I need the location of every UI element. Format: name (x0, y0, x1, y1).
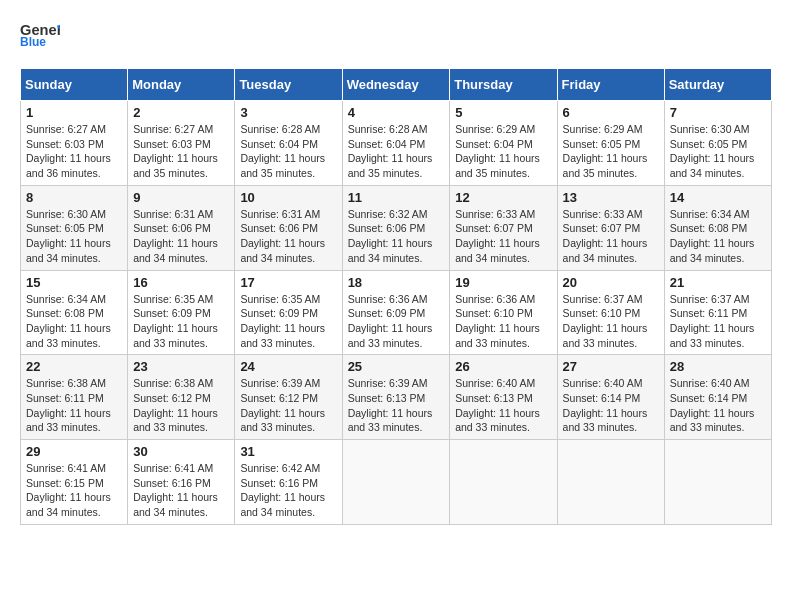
day-detail: Sunrise: 6:33 AM Sunset: 6:07 PM Dayligh… (563, 207, 659, 266)
calendar-cell (342, 440, 450, 525)
calendar-cell: 18Sunrise: 6:36 AM Sunset: 6:09 PM Dayli… (342, 270, 450, 355)
day-number: 7 (670, 105, 766, 120)
day-detail: Sunrise: 6:37 AM Sunset: 6:10 PM Dayligh… (563, 292, 659, 351)
calendar-cell: 2Sunrise: 6:27 AM Sunset: 6:03 PM Daylig… (128, 101, 235, 186)
day-number: 30 (133, 444, 229, 459)
calendar-header-row: SundayMondayTuesdayWednesdayThursdayFrid… (21, 69, 772, 101)
calendar-cell: 4Sunrise: 6:28 AM Sunset: 6:04 PM Daylig… (342, 101, 450, 186)
day-header-thursday: Thursday (450, 69, 557, 101)
calendar-cell (450, 440, 557, 525)
day-number: 28 (670, 359, 766, 374)
day-number: 15 (26, 275, 122, 290)
day-header-sunday: Sunday (21, 69, 128, 101)
day-number: 11 (348, 190, 445, 205)
calendar-cell: 5Sunrise: 6:29 AM Sunset: 6:04 PM Daylig… (450, 101, 557, 186)
calendar-week-row: 15Sunrise: 6:34 AM Sunset: 6:08 PM Dayli… (21, 270, 772, 355)
day-number: 23 (133, 359, 229, 374)
calendar-week-row: 8Sunrise: 6:30 AM Sunset: 6:05 PM Daylig… (21, 185, 772, 270)
calendar-cell: 8Sunrise: 6:30 AM Sunset: 6:05 PM Daylig… (21, 185, 128, 270)
calendar-cell: 25Sunrise: 6:39 AM Sunset: 6:13 PM Dayli… (342, 355, 450, 440)
calendar-cell: 20Sunrise: 6:37 AM Sunset: 6:10 PM Dayli… (557, 270, 664, 355)
day-detail: Sunrise: 6:38 AM Sunset: 6:11 PM Dayligh… (26, 376, 122, 435)
day-number: 3 (240, 105, 336, 120)
logo-icon: General Blue (20, 20, 60, 48)
day-header-monday: Monday (128, 69, 235, 101)
calendar-cell: 29Sunrise: 6:41 AM Sunset: 6:15 PM Dayli… (21, 440, 128, 525)
day-number: 31 (240, 444, 336, 459)
day-number: 26 (455, 359, 551, 374)
day-detail: Sunrise: 6:29 AM Sunset: 6:05 PM Dayligh… (563, 122, 659, 181)
day-detail: Sunrise: 6:30 AM Sunset: 6:05 PM Dayligh… (26, 207, 122, 266)
calendar-cell: 11Sunrise: 6:32 AM Sunset: 6:06 PM Dayli… (342, 185, 450, 270)
day-detail: Sunrise: 6:37 AM Sunset: 6:11 PM Dayligh… (670, 292, 766, 351)
calendar-cell: 21Sunrise: 6:37 AM Sunset: 6:11 PM Dayli… (664, 270, 771, 355)
calendar-cell: 13Sunrise: 6:33 AM Sunset: 6:07 PM Dayli… (557, 185, 664, 270)
day-detail: Sunrise: 6:31 AM Sunset: 6:06 PM Dayligh… (133, 207, 229, 266)
calendar-cell: 30Sunrise: 6:41 AM Sunset: 6:16 PM Dayli… (128, 440, 235, 525)
day-detail: Sunrise: 6:34 AM Sunset: 6:08 PM Dayligh… (670, 207, 766, 266)
day-number: 8 (26, 190, 122, 205)
day-number: 16 (133, 275, 229, 290)
day-detail: Sunrise: 6:40 AM Sunset: 6:14 PM Dayligh… (670, 376, 766, 435)
calendar-cell: 9Sunrise: 6:31 AM Sunset: 6:06 PM Daylig… (128, 185, 235, 270)
day-number: 25 (348, 359, 445, 374)
calendar-cell: 17Sunrise: 6:35 AM Sunset: 6:09 PM Dayli… (235, 270, 342, 355)
day-detail: Sunrise: 6:31 AM Sunset: 6:06 PM Dayligh… (240, 207, 336, 266)
calendar-cell: 23Sunrise: 6:38 AM Sunset: 6:12 PM Dayli… (128, 355, 235, 440)
day-number: 1 (26, 105, 122, 120)
day-number: 27 (563, 359, 659, 374)
calendar-cell: 19Sunrise: 6:36 AM Sunset: 6:10 PM Dayli… (450, 270, 557, 355)
day-detail: Sunrise: 6:36 AM Sunset: 6:10 PM Dayligh… (455, 292, 551, 351)
day-number: 13 (563, 190, 659, 205)
day-number: 21 (670, 275, 766, 290)
calendar-cell: 28Sunrise: 6:40 AM Sunset: 6:14 PM Dayli… (664, 355, 771, 440)
day-detail: Sunrise: 6:27 AM Sunset: 6:03 PM Dayligh… (133, 122, 229, 181)
logo: General Blue (20, 20, 60, 52)
day-number: 12 (455, 190, 551, 205)
calendar-cell: 14Sunrise: 6:34 AM Sunset: 6:08 PM Dayli… (664, 185, 771, 270)
calendar-cell: 7Sunrise: 6:30 AM Sunset: 6:05 PM Daylig… (664, 101, 771, 186)
day-number: 5 (455, 105, 551, 120)
day-detail: Sunrise: 6:40 AM Sunset: 6:13 PM Dayligh… (455, 376, 551, 435)
day-detail: Sunrise: 6:35 AM Sunset: 6:09 PM Dayligh… (133, 292, 229, 351)
day-detail: Sunrise: 6:29 AM Sunset: 6:04 PM Dayligh… (455, 122, 551, 181)
day-number: 2 (133, 105, 229, 120)
calendar-week-row: 22Sunrise: 6:38 AM Sunset: 6:11 PM Dayli… (21, 355, 772, 440)
calendar-cell (557, 440, 664, 525)
calendar-cell: 22Sunrise: 6:38 AM Sunset: 6:11 PM Dayli… (21, 355, 128, 440)
calendar-week-row: 1Sunrise: 6:27 AM Sunset: 6:03 PM Daylig… (21, 101, 772, 186)
day-detail: Sunrise: 6:38 AM Sunset: 6:12 PM Dayligh… (133, 376, 229, 435)
day-number: 6 (563, 105, 659, 120)
day-number: 14 (670, 190, 766, 205)
calendar-table: SundayMondayTuesdayWednesdayThursdayFrid… (20, 68, 772, 525)
svg-text:Blue: Blue (20, 35, 46, 48)
day-number: 4 (348, 105, 445, 120)
day-number: 24 (240, 359, 336, 374)
day-header-friday: Friday (557, 69, 664, 101)
calendar-cell: 16Sunrise: 6:35 AM Sunset: 6:09 PM Dayli… (128, 270, 235, 355)
calendar-cell: 27Sunrise: 6:40 AM Sunset: 6:14 PM Dayli… (557, 355, 664, 440)
calendar-cell: 1Sunrise: 6:27 AM Sunset: 6:03 PM Daylig… (21, 101, 128, 186)
day-detail: Sunrise: 6:28 AM Sunset: 6:04 PM Dayligh… (240, 122, 336, 181)
day-detail: Sunrise: 6:28 AM Sunset: 6:04 PM Dayligh… (348, 122, 445, 181)
day-number: 10 (240, 190, 336, 205)
page-header: General Blue (20, 20, 772, 52)
day-detail: Sunrise: 6:41 AM Sunset: 6:15 PM Dayligh… (26, 461, 122, 520)
day-number: 29 (26, 444, 122, 459)
day-detail: Sunrise: 6:33 AM Sunset: 6:07 PM Dayligh… (455, 207, 551, 266)
calendar-cell: 24Sunrise: 6:39 AM Sunset: 6:12 PM Dayli… (235, 355, 342, 440)
day-detail: Sunrise: 6:36 AM Sunset: 6:09 PM Dayligh… (348, 292, 445, 351)
day-detail: Sunrise: 6:39 AM Sunset: 6:13 PM Dayligh… (348, 376, 445, 435)
day-detail: Sunrise: 6:42 AM Sunset: 6:16 PM Dayligh… (240, 461, 336, 520)
calendar-cell: 26Sunrise: 6:40 AM Sunset: 6:13 PM Dayli… (450, 355, 557, 440)
day-detail: Sunrise: 6:30 AM Sunset: 6:05 PM Dayligh… (670, 122, 766, 181)
calendar-cell (664, 440, 771, 525)
day-number: 9 (133, 190, 229, 205)
day-header-wednesday: Wednesday (342, 69, 450, 101)
calendar-cell: 6Sunrise: 6:29 AM Sunset: 6:05 PM Daylig… (557, 101, 664, 186)
calendar-week-row: 29Sunrise: 6:41 AM Sunset: 6:15 PM Dayli… (21, 440, 772, 525)
day-detail: Sunrise: 6:32 AM Sunset: 6:06 PM Dayligh… (348, 207, 445, 266)
day-header-saturday: Saturday (664, 69, 771, 101)
day-number: 17 (240, 275, 336, 290)
day-detail: Sunrise: 6:39 AM Sunset: 6:12 PM Dayligh… (240, 376, 336, 435)
